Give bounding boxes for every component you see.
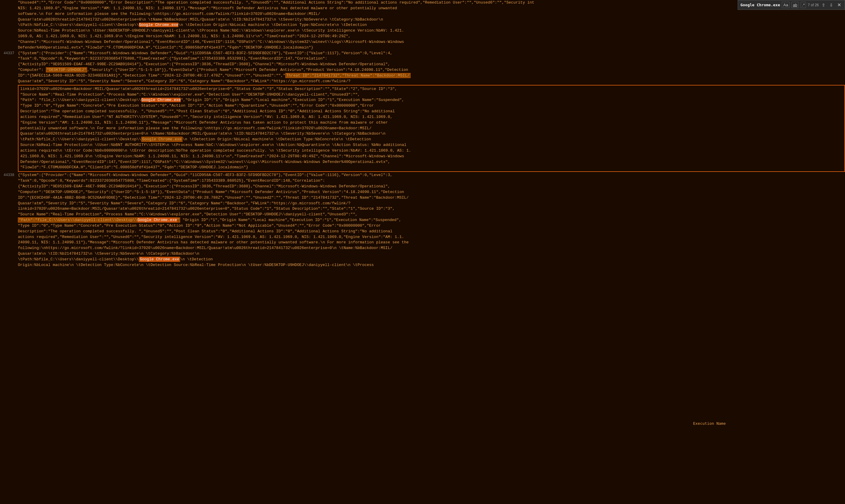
line-text: Source:%bReal-Time Protection\n \tUser:%…: [20, 142, 843, 148]
log-line: "Computer":"DESKTOP-U9HDOEJ","Security":…: [0, 190, 845, 195]
line-number: [0, 39, 18, 40]
line-text: "Task":0,"Opcode":0,"Keywords":922337203…: [18, 56, 845, 62]
line-number: [0, 28, 18, 28]
line-text: "Type ID":"0","Type Name":"Concrete","Pr…: [18, 223, 845, 229]
line-text: actions required","Remediation User":"",…: [18, 234, 845, 240]
find-close-button[interactable]: ✕: [836, 1, 842, 8]
line-text: \tPath:%bfile_C:\\Users\\daniyyell-clien…: [18, 22, 845, 28]
line-number: [0, 56, 18, 56]
log-line: "Source Name":"Real-Time Protection","Pr…: [0, 212, 845, 217]
line-number: [0, 17, 18, 17]
line-text: Origin:%bLocal machine\n \tDetection Typ…: [18, 263, 845, 268]
line-number: [0, 22, 18, 23]
line-number: [0, 73, 18, 73]
line-number: [0, 190, 18, 190]
log-line: actions required","Remediation User":"",…: [0, 234, 845, 240]
log-line: ID":"{EC0CD49F-4A1A-4BB2-B04B-9C526A4F0D…: [0, 195, 845, 201]
log-line: Quasar!atm","Severity ID":"5","Severity …: [0, 201, 845, 206]
line-number: [0, 11, 18, 12]
line-text: "Computer": "DESKTOP-U9HDOEJ","Security"…: [18, 67, 845, 73]
log-line: {"ActivityID":"9E051509-E0AF-46E7-99BE-2…: [0, 184, 845, 190]
line-number: [0, 217, 18, 218]
line-text: Source:%bReal-Time Protection\n \tUser:%…: [18, 28, 845, 34]
line-text: potentially unwanted software.\n For mor…: [20, 126, 843, 131]
log-line: Source:%bReal-Time Protection\n \tUser:%…: [0, 28, 845, 34]
log-line: software.\n For more information please …: [0, 11, 845, 17]
find-next-button[interactable]: ⇩: [828, 2, 834, 8]
find-bar: Google Chrome.exe Aa ab .* 7 of 26 ⇧ ⇩ ✕: [738, 0, 845, 10]
line-text: Quasar!atm","Severity ID":"5","Severity …: [18, 201, 845, 206]
log-line: Description":"The operation completed su…: [20, 109, 843, 114]
line-text: actions required\n \tError Code:%b0x0000…: [20, 148, 843, 154]
log-line: \tPath:%bfile_C:\\Users\\daniyyell-clien…: [0, 22, 845, 28]
line-number: [0, 257, 18, 257]
log-line: Defender%40Operational.evtx","FlowId":"F…: [0, 45, 845, 51]
line-number: [0, 45, 18, 45]
line-text: "Source Name":"Real-Time Protection","Pr…: [18, 212, 845, 217]
find-label: Google Chrome.exe: [740, 3, 780, 7]
log-line: 24090.11, NIS: 1.1.24090.11"},"Message":…: [0, 240, 845, 246]
line-number: 44338: [0, 173, 18, 178]
line-text: Quasar!atm","Severity ID":"5","Severity …: [18, 79, 845, 84]
line-text: ID":"{5AFEC11A-5869-402A-9D2D-32346EE01A…: [18, 73, 845, 79]
log-line: "Unused4":"","Error Code":"0x00000000","…: [0, 0, 845, 6]
log-line: Description":"The operation completed su…: [0, 229, 845, 234]
line-text: 24090.11, NIS: 1.1.24090.11"},"Message":…: [18, 240, 845, 246]
line-text: software.\n For more information please …: [18, 11, 845, 17]
log-line: following:\nhttps://go.microsoft.com/fwl…: [0, 246, 845, 251]
line-text: ID":"{EC0CD49F-4A1A-4BB2-B04B-9C526A4F0D…: [18, 195, 845, 201]
line-number: [0, 234, 18, 235]
search-match-3: Google Chrome.exe: [137, 218, 177, 222]
line-number: [0, 251, 18, 251]
line-text: "Source Name":"Real-Time Protection","Pr…: [20, 92, 843, 98]
log-line: "Type ID":"0","Type Name":"Concrete","Pr…: [0, 223, 845, 229]
log-line: Quasar!atm","Severity ID":"5","Severity …: [0, 79, 845, 84]
line-text: Description":"The operation completed su…: [20, 109, 843, 114]
search-match: Google Chrome.exe: [139, 23, 178, 27]
log-line: actions required\n \tError Code:%b0x0000…: [20, 148, 843, 154]
line-number: [0, 263, 18, 263]
line-text: \tPath:%bfile_C:\\Users\\daniyyell-clien…: [20, 137, 843, 142]
line-number: [0, 0, 18, 0]
line-text: \tPath:%bfile_C:\\Users\\daniyyell-clien…: [18, 257, 845, 263]
line-text: Quasar!atm\u0026threatid=2147841732\u002…: [18, 17, 845, 23]
line-text: "Task":0,"Opcode":0,"Keywords":922337203…: [18, 178, 845, 184]
log-line: linkid=37020\u0026name=Backdoor:MSIL/Qua…: [0, 206, 845, 212]
log-line: potentially unwanted software.\n For mor…: [20, 126, 843, 131]
line-number: [0, 67, 18, 68]
line-number: [0, 201, 18, 201]
line-number: [0, 195, 18, 195]
line-text: linkid=37020\u0026name=Backdoor:MSIL/Qua…: [18, 206, 845, 212]
log-content: "Unused4":"","Error Code":"0x00000000","…: [0, 0, 845, 504]
find-ab-button[interactable]: ab: [791, 2, 798, 8]
line-number: [0, 34, 18, 34]
find-regex-button[interactable]: .*: [800, 2, 806, 8]
line-text: {"ActivityID":"9E051509-E0AF-46E7-99BE-2…: [18, 62, 845, 67]
log-line: "Type ID":"0","Type Name":"Concrete","Pr…: [20, 103, 843, 109]
log-line-44338: 44338 {"System":{"Provider":{"Name":"Mic…: [0, 173, 845, 178]
log-line: Origin:%bLocal machine\n \tDetection Typ…: [0, 263, 845, 268]
log-line: 421.1069.0, NIS: 1.421.1069.0\n \tEngine…: [20, 154, 843, 159]
log-line: "Computer": "DESKTOP-U9HDOEJ","Security"…: [0, 67, 845, 73]
line-number: [0, 240, 18, 240]
log-line: Quasar!atm\u0026threatid=2147841732\u002…: [0, 17, 845, 23]
line-text: actions required","Remediation User":"NT…: [20, 114, 843, 120]
find-aa-button[interactable]: Aa: [782, 2, 790, 8]
line-text: "Path": "file_C:\\Users\\daniyyell-clien…: [20, 97, 843, 103]
log-line: NIS: 1.421.1069.0","Engine Version":"AM:…: [0, 6, 845, 11]
line-text: {"System":{"Provider":{"Name":"Microsoft…: [18, 51, 845, 56]
log-line: Quasar!atm\u0026threatid=2147841732\u002…: [20, 131, 843, 137]
line-text: "Path":"file_C:\\Users\\daniyyell-client…: [18, 217, 845, 223]
log-line: "Path":"file_C:\\Users\\daniyyell-client…: [0, 217, 845, 223]
line-text: Description":"The operation completed su…: [18, 229, 845, 234]
log-line: "Channel":"Microsoft-Windows-Windows Def…: [0, 39, 845, 45]
log-line: Defender/Operational","EventRecordID":14…: [20, 159, 843, 165]
find-prev-button[interactable]: ⇧: [821, 2, 827, 8]
line-text: linkid=37020\u0026name=Backdoor:MSIL/Qua…: [20, 86, 843, 92]
log-line: \tPath:%bfile_C:\\Users\\daniyyell-clien…: [0, 257, 845, 263]
line-text: Defender/Operational","EventRecordID":14…: [20, 159, 843, 165]
line-text: "FlowId":"F.CTOMU000DFCKA.H","ClientId":…: [20, 165, 843, 170]
line-number: [0, 184, 18, 184]
line-text: Quasar!atm\n \tID:%b2147841732\n \tSever…: [18, 251, 845, 257]
line-number: [0, 6, 18, 6]
